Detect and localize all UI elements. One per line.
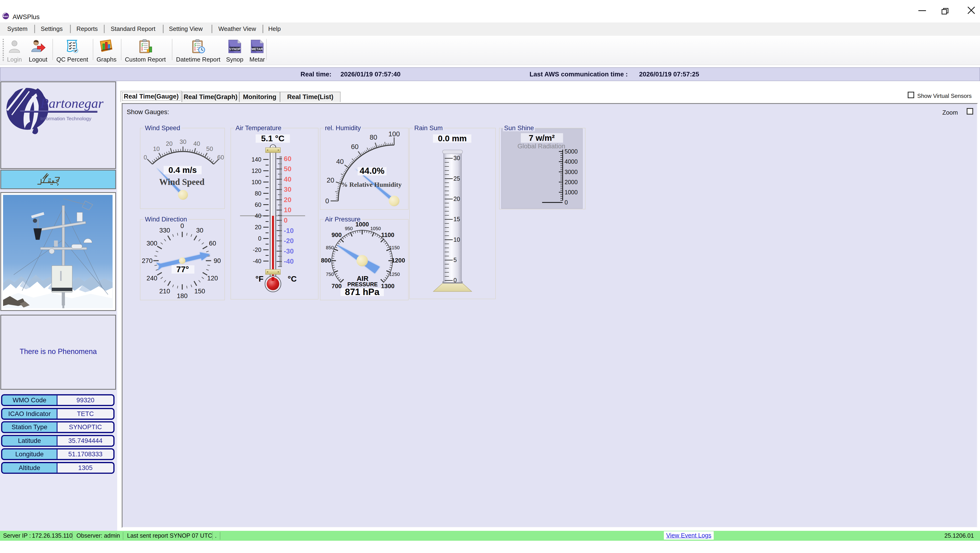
svg-text:900: 900	[331, 231, 342, 238]
svg-text:1200: 1200	[391, 257, 405, 264]
svg-text:77°: 77°	[177, 265, 189, 274]
svg-text:10: 10	[453, 236, 460, 243]
svg-text:270: 270	[142, 257, 153, 265]
svg-text:140: 140	[251, 156, 261, 163]
svg-text:800: 800	[321, 257, 331, 264]
svg-text:871 hPa: 871 hPa	[345, 287, 380, 297]
svg-text:150: 150	[194, 287, 205, 295]
svg-text:90: 90	[213, 257, 221, 265]
svg-text:240: 240	[146, 274, 157, 282]
svg-text:METAR: METAR	[251, 47, 263, 51]
svg-text:30: 30	[453, 155, 460, 161]
svg-text:4000: 4000	[565, 158, 578, 165]
svg-text:20: 20	[166, 140, 173, 147]
svg-text:80: 80	[255, 190, 261, 197]
svg-text:7 w/m²: 7 w/m²	[529, 133, 555, 143]
svg-text:30: 30	[196, 226, 204, 234]
svg-text:15: 15	[453, 216, 460, 222]
svg-text:330: 330	[159, 226, 170, 234]
svg-text:-30: -30	[284, 247, 294, 255]
svg-text:40: 40	[336, 158, 344, 165]
svg-text:0: 0	[284, 217, 288, 224]
svg-text:-40: -40	[253, 258, 261, 265]
svg-text:-40: -40	[284, 258, 294, 265]
svg-text:50: 50	[206, 145, 213, 152]
svg-text:10: 10	[284, 206, 291, 214]
svg-text:0: 0	[453, 277, 457, 284]
svg-text:40: 40	[284, 175, 291, 183]
svg-text:1150: 1150	[390, 245, 399, 250]
svg-text:60: 60	[284, 155, 291, 163]
svg-text:-20: -20	[253, 246, 261, 253]
svg-text:10: 10	[153, 145, 160, 152]
svg-text:Global Radiation: Global Radiation	[517, 142, 565, 150]
svg-text:60: 60	[351, 143, 359, 150]
svg-text:Wind Speed: Wind Speed	[159, 177, 205, 187]
svg-text:1250: 1250	[389, 272, 400, 277]
svg-text:1000: 1000	[355, 221, 369, 228]
svg-text:60: 60	[209, 240, 216, 247]
svg-text:0: 0	[143, 154, 147, 161]
svg-text:0: 0	[258, 235, 261, 242]
svg-text:40: 40	[193, 140, 200, 147]
svg-text:1050: 1050	[371, 226, 381, 231]
svg-text:300: 300	[146, 240, 157, 247]
svg-text:20: 20	[327, 176, 334, 184]
svg-text:60: 60	[217, 154, 224, 161]
svg-text:3000: 3000	[565, 169, 578, 175]
svg-text:°F: °F	[255, 274, 263, 283]
svg-text:100: 100	[251, 179, 261, 185]
svg-text:-10: -10	[284, 227, 294, 234]
svg-text:50: 50	[284, 165, 291, 173]
svg-text:% Relative Humidity: % Relative Humidity	[341, 181, 401, 188]
svg-text:20: 20	[284, 196, 291, 204]
svg-text:40: 40	[255, 213, 261, 219]
svg-text:0.4 m/s: 0.4 m/s	[168, 165, 197, 175]
svg-text:80: 80	[370, 134, 377, 141]
svg-text:0: 0	[325, 197, 329, 205]
svg-text:120: 120	[251, 167, 261, 174]
svg-text:30: 30	[284, 186, 291, 193]
svg-text:750: 750	[326, 272, 334, 277]
svg-text:°C: °C	[288, 274, 297, 283]
svg-text:950: 950	[345, 226, 353, 231]
svg-text:1100: 1100	[381, 231, 395, 238]
svg-text:210: 210	[159, 287, 170, 295]
svg-text:2000: 2000	[565, 179, 578, 185]
svg-text:120: 120	[207, 274, 218, 282]
svg-text:20: 20	[453, 196, 460, 202]
svg-text:30: 30	[180, 139, 186, 145]
svg-text:0.0 mm: 0.0 mm	[438, 134, 467, 143]
svg-text:PRESSURE: PRESSURE	[347, 281, 378, 287]
svg-text:5: 5	[453, 257, 457, 263]
svg-text:0: 0	[565, 199, 568, 206]
svg-text:5000: 5000	[565, 148, 578, 155]
svg-text:60: 60	[255, 201, 261, 208]
svg-text:180: 180	[177, 292, 188, 300]
svg-text:20: 20	[255, 224, 261, 230]
svg-text:25: 25	[453, 175, 460, 182]
svg-text:-20: -20	[284, 237, 294, 245]
svg-text:0: 0	[180, 222, 184, 229]
svg-text:1000: 1000	[565, 189, 578, 196]
svg-text:700: 700	[331, 283, 342, 289]
svg-text:100: 100	[388, 130, 400, 138]
svg-text:850: 850	[326, 245, 334, 250]
svg-text:5.1 °C: 5.1 °C	[261, 134, 285, 143]
svg-text:44.0%: 44.0%	[360, 166, 385, 176]
